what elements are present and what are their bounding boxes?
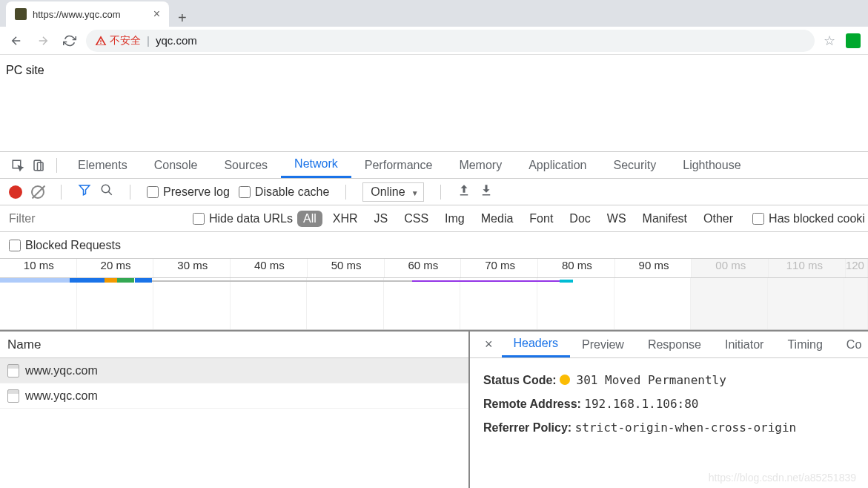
wf-tick: 20 ms: [77, 259, 154, 277]
referrer-policy-value: strict-origin-when-cross-origin: [575, 421, 797, 435]
preserve-log-input[interactable]: [147, 186, 159, 198]
url-separator: |: [147, 34, 150, 47]
wf-tick: 70 ms: [461, 259, 538, 277]
close-detail-button[interactable]: ×: [476, 337, 502, 352]
waterfall-body[interactable]: [0, 278, 868, 330]
detail-tab-headers[interactable]: Headers: [502, 332, 570, 357]
filter-type-manifest[interactable]: Manifest: [637, 211, 693, 227]
filter-type-font[interactable]: Font: [523, 211, 559, 227]
devtools: Elements Console Sources Network Perform…: [0, 151, 868, 488]
request-detail: × Headers Preview Response Initiator Tim…: [470, 332, 868, 488]
evernote-extension-icon[interactable]: [844, 32, 862, 50]
waterfall-bar: [0, 278, 70, 283]
back-button[interactable]: [6, 30, 27, 51]
separator: [61, 185, 62, 200]
waterfall-bar: [412, 280, 560, 282]
hide-data-urls-checkbox[interactable]: Hide data URLs: [193, 212, 293, 225]
referrer-policy-row: Referrer Policy: strict-origin-when-cros…: [483, 416, 855, 440]
request-row[interactable]: www.yqc.com: [0, 358, 468, 383]
tab-network[interactable]: Network: [281, 152, 351, 178]
blocked-requests-input[interactable]: [9, 240, 21, 251]
waterfall-bar: [117, 278, 134, 283]
remote-address-row: Remote Address: 192.168.1.106:80: [483, 392, 855, 416]
filter-type-xhr[interactable]: XHR: [327, 211, 364, 227]
status-code-value: 301 Moved Permanently: [577, 373, 726, 387]
filter-icon[interactable]: [78, 183, 91, 200]
wf-tick: 10 ms: [0, 259, 77, 277]
disable-cache-input[interactable]: [239, 186, 251, 198]
inspect-element-icon[interactable]: [7, 155, 28, 176]
requests-list-header[interactable]: Name: [0, 332, 468, 358]
reload-button[interactable]: [59, 30, 80, 51]
detail-body: Status Code: 301 Moved Permanently Remot…: [470, 358, 868, 450]
record-button[interactable]: [9, 185, 22, 199]
security-warning: 不安全: [95, 34, 141, 47]
network-toolbar: Preserve log Disable cache Online: [0, 179, 868, 205]
tab-sources[interactable]: Sources: [211, 152, 281, 178]
tab-security[interactable]: Security: [600, 152, 669, 178]
detail-tab-response[interactable]: Response: [636, 332, 713, 357]
filter-type-js[interactable]: JS: [368, 211, 394, 227]
waterfall-bar: [105, 278, 118, 283]
hide-data-urls-label: Hide data URLs: [209, 212, 293, 225]
filter-type-css[interactable]: CSS: [398, 211, 434, 227]
network-filter-bar: Hide data URLs All XHR JS CSS Img Media …: [0, 205, 868, 232]
detail-tab-cookies[interactable]: Co: [835, 332, 868, 357]
throttle-select[interactable]: Online: [362, 182, 423, 202]
omnibox[interactable]: 不安全 | yqc.com: [86, 30, 815, 52]
close-icon[interactable]: ×: [153, 7, 160, 21]
tab-performance[interactable]: Performance: [351, 152, 446, 178]
remote-address-label: Remote Address:: [483, 398, 581, 410]
device-toolbar-icon[interactable]: [28, 155, 49, 176]
new-tab-button[interactable]: +: [169, 10, 196, 27]
preserve-log-checkbox[interactable]: Preserve log: [147, 185, 230, 199]
remote-address-value: 192.168.1.106:80: [584, 397, 698, 411]
download-icon[interactable]: [480, 183, 493, 200]
tab-memory[interactable]: Memory: [445, 152, 515, 178]
filter-type-ws[interactable]: WS: [601, 211, 632, 227]
separator: [345, 185, 346, 200]
devtools-tabbar: Elements Console Sources Network Perform…: [0, 152, 868, 179]
detail-tabbar: × Headers Preview Response Initiator Tim…: [470, 332, 868, 358]
watermark: https://blog.csdn.net/a85251839: [709, 472, 856, 484]
detail-tab-initiator[interactable]: Initiator: [713, 332, 775, 357]
filter-input[interactable]: [3, 208, 188, 229]
has-blocked-label: Has blocked cooki: [769, 212, 865, 225]
upload-icon[interactable]: [457, 183, 471, 200]
tab-elements[interactable]: Elements: [64, 152, 141, 178]
waterfall-bar: [560, 280, 573, 283]
clear-button[interactable]: [31, 185, 44, 199]
filter-type-img[interactable]: Img: [439, 211, 471, 227]
filter-type-doc[interactable]: Doc: [563, 211, 596, 227]
browser-tab[interactable]: https://www.yqc.com ×: [6, 1, 169, 27]
throttle-value: Online: [371, 185, 405, 198]
search-icon[interactable]: [100, 183, 113, 200]
hide-data-urls-input[interactable]: [193, 213, 205, 225]
blocked-requests-checkbox[interactable]: Blocked Requests: [9, 239, 121, 252]
wf-tick: 60 ms: [385, 259, 462, 277]
bookmark-button[interactable]: ☆: [821, 32, 838, 50]
filter-type-all[interactable]: All: [297, 211, 322, 227]
forward-button[interactable]: [33, 30, 53, 51]
tab-strip: https://www.yqc.com × +: [0, 0, 868, 27]
filter-type-other[interactable]: Other: [698, 211, 739, 227]
waterfall-header[interactable]: 10 ms 20 ms 30 ms 40 ms 50 ms 60 ms 70 m…: [0, 259, 868, 278]
filter-type-media[interactable]: Media: [475, 211, 520, 227]
page-body-text: PC site: [6, 64, 44, 76]
tab-application[interactable]: Application: [515, 152, 600, 178]
request-row[interactable]: www.yqc.com: [0, 383, 468, 409]
wf-tick: 110 ms: [769, 259, 846, 277]
tab-console[interactable]: Console: [141, 152, 211, 178]
document-icon: [7, 389, 19, 403]
detail-tab-preview[interactable]: Preview: [570, 332, 636, 357]
has-blocked-input[interactable]: [752, 213, 764, 225]
detail-tab-timing[interactable]: Timing: [775, 332, 834, 357]
referrer-policy-label: Referrer Policy:: [483, 421, 572, 434]
favicon-icon: [15, 8, 27, 20]
status-code-label: Status Code:: [483, 374, 557, 386]
tab-lighthouse[interactable]: Lighthouse: [669, 152, 754, 178]
has-blocked-checkbox[interactable]: Has blocked cooki: [752, 212, 865, 225]
preserve-log-label: Preserve log: [163, 185, 230, 199]
address-bar: 不安全 | yqc.com ☆: [0, 27, 868, 55]
disable-cache-checkbox[interactable]: Disable cache: [239, 185, 330, 199]
